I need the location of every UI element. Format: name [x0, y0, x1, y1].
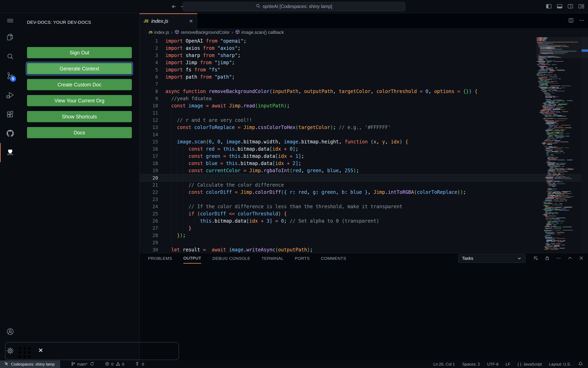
code-line-16[interactable]: 16 const red = this.bitmap.data[idx + 0]… — [140, 145, 582, 153]
close-panel-icon[interactable] — [579, 255, 584, 262]
encoding[interactable]: UTF-8 — [487, 362, 499, 367]
problems-indicator[interactable]: 0 0 — [105, 362, 124, 367]
panel-tab-terminal[interactable]: TERMINAL — [262, 253, 284, 264]
close-icon[interactable]: ✕ — [38, 347, 43, 354]
breadcrumb-symbol-function[interactable]: removeBackgroundColor — [175, 30, 230, 35]
keyboard-layout[interactable]: Layout: U.S. — [549, 362, 571, 367]
branch-indicator[interactable]: main* — [71, 362, 87, 367]
toggle-sidebar-icon[interactable] — [546, 3, 552, 10]
sidebar-button-docs[interactable]: Docs — [27, 127, 132, 138]
customize-layout-icon[interactable] — [578, 3, 584, 10]
tab-close-icon[interactable]: ✕ — [189, 18, 193, 24]
panel-tab-output[interactable]: OUTPUT — [184, 253, 201, 264]
maximize-panel-icon[interactable] — [567, 255, 573, 262]
eol-sequence[interactable]: LF — [505, 362, 510, 367]
code-line-28[interactable]: 28 }); — [140, 232, 582, 239]
minimap[interactable] — [536, 37, 582, 253]
remote-indicator[interactable]: Codespaces: shiny lamp — [0, 360, 60, 368]
code-line-10[interactable]: 10 const image = await Jimp.read(inputPa… — [140, 102, 582, 109]
line-number: 1 — [140, 37, 158, 45]
code-line-12[interactable]: 12 // r and t are very cool!! — [140, 117, 582, 124]
code-line-30[interactable]: 30 let result = await image.writeAsync(o… — [140, 246, 582, 253]
toggle-panel-icon[interactable] — [556, 3, 563, 10]
menu-icon[interactable] — [0, 13, 20, 28]
sidebar-button-show-shortcuts[interactable]: Show Shortcuts — [27, 111, 132, 122]
extensions-icon[interactable] — [0, 105, 20, 124]
code-line-14[interactable]: 14 — [140, 131, 582, 138]
accounts-icon[interactable] — [0, 322, 20, 341]
dev-docs-icon[interactable]: Dev-Docs — [0, 143, 20, 162]
panel-tab-problems[interactable]: PROBLEMS — [148, 253, 172, 264]
code-line-15[interactable]: 15 image.scan(0, 0, image.bitmap.width, … — [140, 138, 582, 145]
clear-output-icon[interactable] — [533, 255, 538, 262]
explorer-icon[interactable] — [0, 28, 20, 47]
code-line-8[interactable]: 8async function removeBackgroundColor(in… — [140, 88, 582, 95]
code-line-11[interactable]: 11 — [140, 109, 582, 117]
sidebar-button-view-your-current-org[interactable]: View Your Current Org — [27, 95, 132, 106]
search-view-icon[interactable] — [0, 47, 20, 66]
code-line-18[interactable]: 18 const blue = this.bitmap.data[idx + 2… — [140, 160, 582, 167]
line-number: 22 — [140, 189, 158, 196]
panel-tab-ports[interactable]: PORTS — [295, 253, 310, 264]
language-mode[interactable]: { } JavaScript — [518, 362, 542, 367]
lock-icon[interactable] — [544, 255, 550, 262]
code-line-9[interactable]: 9 //yeah fdsatea — [140, 95, 582, 102]
line-content: import axios from "axios"; — [165, 45, 582, 52]
code-line-20[interactable]: 20 — [140, 174, 582, 181]
code-line-25[interactable]: 25 if (colorDiff <= colorThreshold) { — [140, 210, 582, 217]
code-line-3[interactable]: 3import sharp from "sharp"; — [140, 52, 582, 59]
sidebar-button-sign-out[interactable]: Sign Out — [27, 47, 132, 58]
sidebar-button-create-custom-doc[interactable]: Create Custom Doc — [27, 79, 132, 90]
code-line-1[interactable]: 1import OpenAI from "openai"; — [140, 37, 582, 45]
line-content: image.scan(0, 0, image.bitmap.width, ima… — [165, 138, 582, 145]
command-center-search[interactable]: spriteAI [Codespaces: shiny lamp] — [183, 2, 405, 11]
code-line-13[interactable]: 13 const colorToReplace = Jimp.cssColorT… — [140, 124, 582, 131]
remote-icon — [4, 361, 9, 367]
code-line-6[interactable]: 6import path from "path"; — [140, 74, 582, 81]
code-line-2[interactable]: 2import axios from "axios"; — [140, 45, 582, 52]
code-line-5[interactable]: 5import fs from "fs" — [140, 66, 582, 74]
more-actions-icon[interactable] — [579, 17, 585, 24]
run-and-debug-icon[interactable] — [0, 85, 20, 105]
indentation[interactable]: Spaces: 2 — [462, 362, 480, 367]
split-editor-icon[interactable] — [568, 17, 574, 24]
line-number: 15 — [140, 138, 158, 145]
notifications-bell-icon[interactable] — [578, 361, 583, 367]
radio-tower-icon — [135, 362, 139, 367]
chevron-down-icon — [517, 256, 522, 261]
tab-index-js[interactable]: JS index.js ✕ — [140, 13, 197, 28]
code-line-17[interactable]: 17 const green = this.bitmap.data[idx + … — [140, 153, 582, 160]
code-line-4[interactable]: 4import Jimp from "jimp"; — [140, 59, 582, 66]
output-channel-dropdown[interactable]: Tasks — [458, 254, 525, 263]
code-line-7[interactable]: 7 — [140, 81, 582, 88]
code-line-21[interactable]: 21 // Calculate the color difference — [140, 181, 582, 189]
sync-icon[interactable] — [90, 362, 94, 367]
panel-tab-debug-console[interactable]: DEBUG CONSOLE — [212, 253, 250, 264]
code-line-26[interactable]: 26 this.bitmap.data[idx + 3] = 0; // Set… — [140, 217, 582, 225]
breadcrumb-file[interactable]: JS index.js — [148, 30, 169, 35]
code-line-23[interactable]: 23 — [140, 196, 582, 203]
line-content: import Jimp from "jimp"; — [165, 59, 582, 66]
code-line-29[interactable]: 29 — [140, 239, 582, 246]
code-line-19[interactable]: 19 const currentColor = Jimp.rgbaToInt(r… — [140, 167, 582, 174]
code-line-22[interactable]: 22 const colorDiff = Jimp.colorDiff({ r:… — [140, 189, 582, 196]
toggle-secondary-sidebar-icon[interactable] — [567, 3, 574, 10]
breadcrumb-symbol-callback[interactable]: image.scan() callback — [235, 30, 284, 35]
sidebar-button-generate-context[interactable]: Generate Context — [27, 63, 132, 74]
line-content: // Calculate the color difference — [165, 181, 582, 189]
code-editor[interactable]: 1import OpenAI from "openai";2import axi… — [140, 37, 588, 253]
line-number: 18 — [140, 160, 158, 167]
code-line-27[interactable]: 27 } — [140, 225, 582, 232]
github-icon[interactable] — [0, 124, 20, 143]
panel-tab-comments[interactable]: COMMENTS — [321, 253, 346, 264]
source-control-icon[interactable]: 5 — [0, 66, 20, 85]
code-line-24[interactable]: 24 // If the color difference is less th… — [140, 203, 582, 210]
braces-icon: { } — [518, 362, 521, 367]
back-icon[interactable] — [171, 4, 177, 9]
cursor-position[interactable]: Ln 20, Col 1 — [433, 362, 455, 367]
editor-scrollbar[interactable] — [582, 37, 588, 253]
line-number: 8 — [140, 88, 158, 95]
more-actions-icon[interactable] — [556, 255, 561, 262]
connection-indicator[interactable]: 0 — [135, 362, 144, 367]
error-icon — [105, 362, 110, 367]
